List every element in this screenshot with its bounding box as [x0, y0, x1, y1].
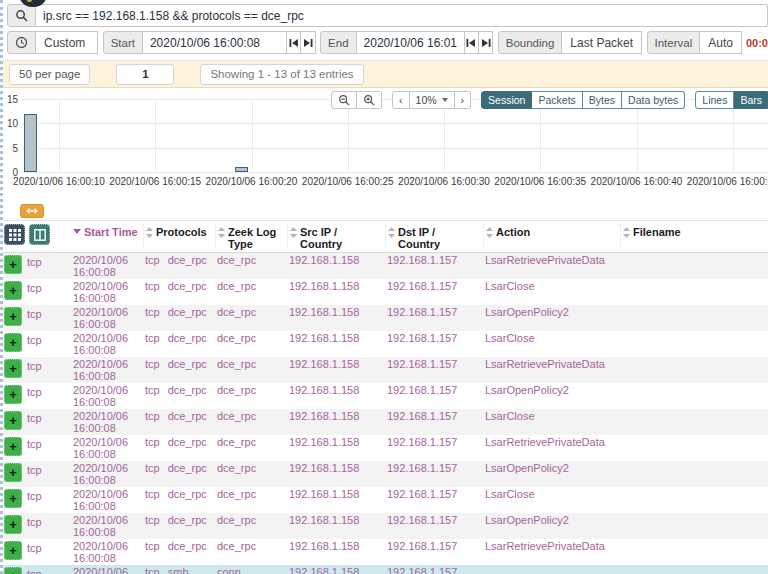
- cell-protocols[interactable]: tcp dce_rpc: [143, 331, 215, 346]
- start-skip-back-button[interactable]: [287, 31, 301, 54]
- column-header-protocols[interactable]: Protocols: [143, 224, 215, 250]
- cell-action[interactable]: LsarClose: [483, 331, 620, 346]
- cell-src-ip[interactable]: 192.168.1.158: [287, 409, 385, 424]
- cell-start-time[interactable]: 2020/10/06 16:00:08: [71, 305, 143, 331]
- cell-zeek-log-type[interactable]: dce_rpc: [215, 253, 287, 268]
- cell-start-time[interactable]: 2020/10/06 16:00:08: [71, 461, 143, 487]
- cell-action[interactable]: LsarOpenPolicy2: [483, 461, 620, 476]
- cell-action[interactable]: LsarClose: [483, 279, 620, 294]
- expand-session-button[interactable]: +: [4, 463, 22, 482]
- cell-start-time[interactable]: 2020/10/06 16:00:08: [71, 383, 143, 409]
- cell-dst-ip[interactable]: 192.168.1.157: [385, 409, 483, 424]
- cell-src-ip[interactable]: 192.168.1.158: [287, 461, 385, 476]
- cell-protocols[interactable]: tcp dce_rpc: [143, 461, 215, 476]
- cell-action[interactable]: LsarOpenPolicy2: [483, 383, 620, 398]
- cell-protocols[interactable]: tcp dce_rpc: [143, 279, 215, 294]
- pan-left-icon[interactable]: ‹: [392, 91, 410, 109]
- expand-session-button[interactable]: +: [4, 437, 22, 456]
- fit-columns-button[interactable]: [20, 204, 44, 218]
- interval-select[interactable]: Auto: [700, 31, 742, 54]
- cell-zeek-log-type[interactable]: dce_rpc: [215, 331, 287, 346]
- cell-dst-ip[interactable]: 192.168.1.157: [385, 305, 483, 320]
- cell-zeek-log-type[interactable]: conn: [215, 565, 287, 574]
- cell-action[interactable]: LsarRetrievePrivateData: [483, 253, 620, 268]
- expand-session-button[interactable]: +: [4, 567, 22, 574]
- cell-src-ip[interactable]: 192.168.1.158: [287, 279, 385, 294]
- cell-start-time[interactable]: 2020/10/06 16:00:08: [71, 539, 143, 565]
- expand-session-button[interactable]: +: [4, 255, 22, 274]
- cell-protocols[interactable]: tcp dce_rpc: [143, 357, 215, 372]
- style-button-lines[interactable]: Lines: [695, 91, 734, 109]
- cell-src-ip[interactable]: 192.168.1.158: [287, 565, 385, 574]
- cell-zeek-log-type[interactable]: dce_rpc: [215, 435, 287, 450]
- cell-zeek-log-type[interactable]: dce_rpc: [215, 539, 287, 554]
- cell-zeek-log-type[interactable]: dce_rpc: [215, 461, 287, 476]
- cell-start-time[interactable]: 2020/10/06 16:00:08: [71, 253, 143, 279]
- time-range-select[interactable]: Custom: [36, 31, 98, 54]
- bounding-select[interactable]: Last Packet: [562, 31, 642, 54]
- page-size-select[interactable]: 50 per page: [9, 64, 90, 85]
- cell-dst-ip[interactable]: 192.168.1.157: [385, 357, 483, 372]
- cell-protocols[interactable]: tcp dce_rpc: [143, 435, 215, 450]
- cell-src-ip[interactable]: 192.168.1.158: [287, 383, 385, 398]
- cell-dst-ip[interactable]: 192.168.1.157: [385, 435, 483, 450]
- cell-zeek-log-type[interactable]: dce_rpc: [215, 383, 287, 398]
- cell-protocols[interactable]: tcp dce_rpc: [143, 253, 215, 268]
- cell-action[interactable]: LsarClose: [483, 409, 620, 424]
- cell-dst-ip[interactable]: 192.168.1.157: [385, 513, 483, 528]
- view-button-bytes[interactable]: Bytes: [583, 91, 622, 109]
- start-time-input[interactable]: [143, 31, 287, 54]
- expand-session-button[interactable]: +: [4, 515, 22, 534]
- end-skip-forward-button[interactable]: [479, 31, 493, 54]
- pan-right-icon[interactable]: ›: [455, 91, 472, 109]
- cell-zeek-log-type[interactable]: dce_rpc: [215, 513, 287, 528]
- end-time-input[interactable]: [357, 31, 465, 54]
- expand-session-button[interactable]: +: [4, 541, 22, 560]
- cell-action[interactable]: LsarRetrievePrivateData: [483, 357, 620, 372]
- expand-session-button[interactable]: +: [4, 411, 22, 430]
- expand-session-button[interactable]: +: [4, 307, 22, 326]
- cell-src-ip[interactable]: 192.168.1.158: [287, 331, 385, 346]
- expand-session-button[interactable]: +: [4, 281, 22, 300]
- end-skip-back-button[interactable]: [465, 31, 479, 54]
- cell-action[interactable]: LsarClose: [483, 487, 620, 502]
- cell-action[interactable]: LsarRetrievePrivateData: [483, 435, 620, 450]
- cell-src-ip[interactable]: 192.168.1.158: [287, 487, 385, 502]
- cell-dst-ip[interactable]: 192.168.1.157: [385, 253, 483, 268]
- view-button-packets[interactable]: Packets: [532, 91, 582, 109]
- cell-start-time[interactable]: 2020/10/06 16:00:08: [71, 435, 143, 461]
- chart-bar[interactable]: [24, 114, 37, 172]
- cell-action[interactable]: [483, 565, 620, 568]
- view-button-data-bytes[interactable]: Data bytes: [622, 91, 685, 109]
- column-header-src-ip[interactable]: Src IP / Country: [287, 224, 385, 250]
- cell-src-ip[interactable]: 192.168.1.158: [287, 513, 385, 528]
- cell-src-ip[interactable]: 192.168.1.158: [287, 253, 385, 268]
- cell-start-time[interactable]: 2020/10/06 16:00:08: [71, 409, 143, 435]
- expand-session-button[interactable]: +: [4, 489, 22, 508]
- expand-session-button[interactable]: +: [4, 385, 22, 404]
- cell-dst-ip[interactable]: 192.168.1.157: [385, 331, 483, 346]
- cell-dst-ip[interactable]: 192.168.1.157: [385, 279, 483, 294]
- cell-start-time[interactable]: 2020/10/06 16:00:08: [71, 513, 143, 539]
- cell-action[interactable]: LsarOpenPolicy2: [483, 513, 620, 528]
- zoom-in-icon[interactable]: [357, 91, 382, 109]
- expand-session-button[interactable]: +: [4, 359, 22, 378]
- cell-protocols[interactable]: tcp smb dce_rpc krb gssapi: [143, 565, 215, 574]
- cell-action[interactable]: LsarRetrievePrivateData: [483, 539, 620, 554]
- cell-action[interactable]: LsarOpenPolicy2: [483, 305, 620, 320]
- cell-zeek-log-type[interactable]: dce_rpc: [215, 279, 287, 294]
- cell-start-time[interactable]: 2020/10/06 16:00:08: [71, 279, 143, 305]
- cell-protocols[interactable]: tcp dce_rpc: [143, 383, 215, 398]
- column-header-action[interactable]: Action: [483, 224, 620, 250]
- cell-zeek-log-type[interactable]: dce_rpc: [215, 357, 287, 372]
- cell-protocols[interactable]: tcp dce_rpc: [143, 305, 215, 320]
- zoom-out-icon[interactable]: [331, 91, 357, 109]
- cell-src-ip[interactable]: 192.168.1.158: [287, 305, 385, 320]
- cell-zeek-log-type[interactable]: dce_rpc: [215, 487, 287, 502]
- cell-start-time[interactable]: 2020/10/06 16:00:08: [71, 565, 143, 574]
- cell-dst-ip[interactable]: 192.168.1.157: [385, 383, 483, 398]
- cell-protocols[interactable]: tcp dce_rpc: [143, 513, 215, 528]
- cell-protocols[interactable]: tcp dce_rpc: [143, 539, 215, 554]
- cell-protocols[interactable]: tcp dce_rpc: [143, 409, 215, 424]
- cell-dst-ip[interactable]: 192.168.1.157: [385, 539, 483, 554]
